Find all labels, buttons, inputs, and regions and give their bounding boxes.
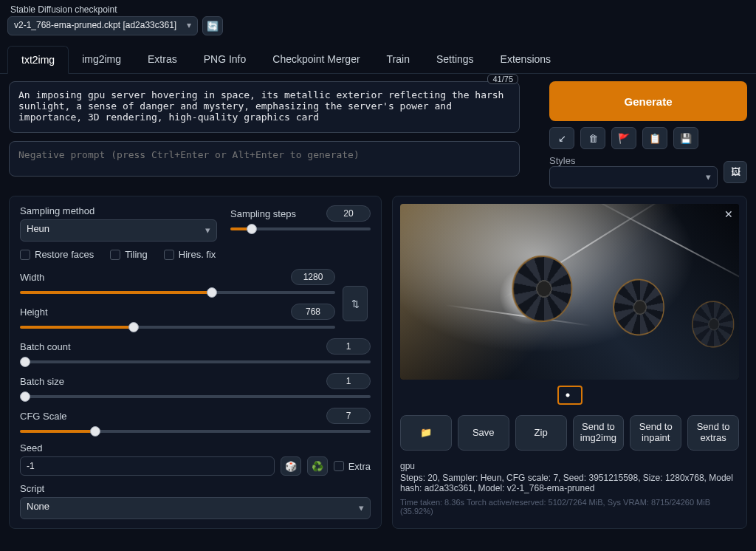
tiling-checkbox[interactable]: Tiling bbox=[110, 249, 148, 260]
batch-count-slider[interactable] bbox=[20, 360, 371, 363]
zip-button[interactable]: Zip bbox=[515, 415, 567, 451]
batch-size-slider[interactable] bbox=[20, 395, 371, 398]
checkpoint-select[interactable]: v2-1_768-ema-pruned.ckpt [ad2a33c361] bbox=[7, 16, 198, 35]
generate-button[interactable]: Generate bbox=[549, 81, 747, 121]
sampling-steps-label: Sampling steps bbox=[230, 208, 296, 219]
seed-extra-checkbox[interactable]: Extra bbox=[334, 461, 371, 472]
cfg-slider[interactable] bbox=[20, 430, 371, 433]
hires-fix-checkbox[interactable]: Hires. fix bbox=[164, 249, 216, 260]
tab-img2img[interactable]: img2img bbox=[69, 46, 134, 73]
output-thumbnail[interactable] bbox=[557, 386, 583, 405]
sampling-steps-slider[interactable] bbox=[230, 227, 371, 230]
output-panel: ✕ 📁 Save Zip Send to img2img Send to inp… bbox=[392, 196, 747, 529]
height-value[interactable]: 768 bbox=[291, 304, 335, 320]
trash-icon[interactable]: 🗑 bbox=[580, 127, 605, 149]
seed-label: Seed bbox=[20, 442, 371, 454]
restore-faces-checkbox[interactable]: Restore faces bbox=[20, 249, 94, 260]
recycle-icon[interactable]: ♻️ bbox=[307, 456, 328, 476]
tab-train[interactable]: Train bbox=[374, 46, 423, 73]
styles-apply-button[interactable]: 🖼 bbox=[724, 161, 747, 183]
main-tabs: txt2img img2img Extras PNG Info Checkpoi… bbox=[0, 46, 756, 74]
send-extras-button[interactable]: Send to extras bbox=[687, 415, 739, 451]
clipboard-icon[interactable]: 📋 bbox=[642, 127, 667, 149]
tab-merger[interactable]: Checkpoint Merger bbox=[259, 46, 373, 73]
save-icon[interactable]: 💾 bbox=[673, 127, 698, 149]
negative-prompt-input[interactable] bbox=[9, 141, 520, 177]
send-img2img-button[interactable]: Send to img2img bbox=[573, 415, 625, 451]
styles-select[interactable] bbox=[549, 166, 718, 188]
send-inpaint-button[interactable]: Send to inpaint bbox=[630, 415, 681, 451]
token-counter: 41/75 bbox=[487, 74, 518, 84]
tab-extras[interactable]: Extras bbox=[134, 46, 190, 73]
sampling-method-select[interactable]: Heun bbox=[20, 219, 217, 242]
seed-input[interactable] bbox=[20, 456, 275, 476]
flag-icon[interactable]: 🚩 bbox=[611, 127, 636, 149]
height-label: Height bbox=[20, 307, 48, 318]
swap-dimensions-button[interactable]: ⇅ bbox=[343, 286, 368, 321]
prompt-input[interactable] bbox=[9, 81, 520, 133]
tab-pnginfo[interactable]: PNG Info bbox=[190, 46, 260, 73]
cfg-label: CFG Scale bbox=[20, 411, 67, 422]
batch-size-label: Batch size bbox=[20, 376, 64, 387]
tab-extensions[interactable]: Extensions bbox=[487, 46, 564, 73]
parameters-panel: Sampling method Heun Sampling steps 20 R… bbox=[9, 196, 382, 529]
cfg-value[interactable]: 7 bbox=[326, 408, 371, 424]
width-label: Width bbox=[20, 272, 44, 283]
sampling-method-label: Sampling method bbox=[20, 205, 217, 216]
output-filename: gpu bbox=[400, 461, 739, 471]
tab-txt2img[interactable]: txt2img bbox=[7, 46, 69, 74]
sampling-steps-value[interactable]: 20 bbox=[326, 205, 371, 222]
batch-size-value[interactable]: 1 bbox=[326, 373, 371, 389]
batch-count-value[interactable]: 1 bbox=[326, 338, 371, 355]
output-footer: Time taken: 8.36s Torch active/reserved:… bbox=[400, 498, 739, 516]
dice-icon[interactable]: 🎲 bbox=[281, 456, 301, 476]
refresh-checkpoint-button[interactable]: 🔄 bbox=[202, 16, 223, 35]
width-value[interactable]: 1280 bbox=[291, 269, 335, 285]
batch-count-label: Batch count bbox=[20, 341, 71, 352]
styles-label: Styles bbox=[549, 155, 575, 166]
close-icon[interactable]: ✕ bbox=[724, 208, 733, 220]
output-image[interactable]: ✕ bbox=[400, 204, 739, 380]
open-folder-button[interactable]: 📁 bbox=[400, 415, 452, 451]
arrow-icon[interactable]: ↙ bbox=[549, 127, 574, 149]
height-slider[interactable] bbox=[20, 326, 335, 329]
width-slider[interactable] bbox=[20, 291, 335, 294]
script-label: Script bbox=[20, 483, 371, 494]
output-metadata: Steps: 20, Sampler: Heun, CFG scale: 7, … bbox=[400, 473, 739, 493]
save-button[interactable]: Save bbox=[458, 415, 509, 451]
script-select[interactable]: None bbox=[20, 497, 371, 519]
tab-settings[interactable]: Settings bbox=[423, 46, 487, 73]
checkpoint-label: Stable Diffusion checkpoint bbox=[7, 4, 223, 15]
